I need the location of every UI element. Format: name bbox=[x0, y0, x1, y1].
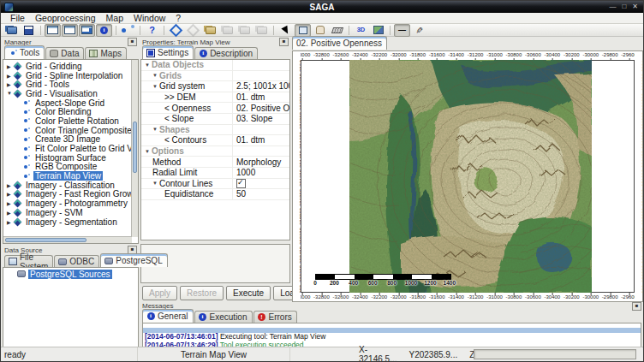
expander-icon[interactable]: ▼ bbox=[152, 84, 159, 89]
property-row[interactable]: ▼ Data Objects bbox=[141, 60, 289, 71]
map-tab[interactable]: 02. Positive Openness bbox=[292, 36, 387, 50]
zoom-full-icon[interactable] bbox=[168, 24, 184, 37]
menu-item[interactable]: ? bbox=[170, 13, 186, 23]
Restore[interactable]: Restore bbox=[180, 286, 224, 300]
menu-item[interactable]: Window bbox=[128, 13, 170, 23]
messages-tab[interactable]: Errors bbox=[253, 311, 297, 323]
expander-icon[interactable]: ▼ bbox=[145, 62, 152, 68]
map-document: 02. Positive Openness -33000-32800-32600… bbox=[292, 37, 643, 302]
manager-tab[interactable]: Maps bbox=[85, 47, 126, 59]
tree-item[interactable]: ▶ Grid - Spline Interpolation bbox=[3, 71, 132, 80]
menu-item[interactable]: File bbox=[5, 13, 30, 23]
separator[interactable] bbox=[161, 24, 167, 37]
measure-icon[interactable] bbox=[329, 24, 345, 37]
menu-item[interactable]: Map bbox=[101, 13, 128, 23]
map-view[interactable]: -33000-32800-32600-32400-32200-32000-318… bbox=[292, 50, 643, 302]
tree-item[interactable]: Fit Color Palette to Grid Values bbox=[3, 144, 132, 153]
cursor-icon[interactable] bbox=[277, 24, 294, 37]
window-title: SAGA bbox=[1, 3, 643, 12]
property-row[interactable]: ▼ Shapes bbox=[141, 125, 289, 136]
show-datasource-icon[interactable] bbox=[62, 24, 78, 37]
separator[interactable] bbox=[271, 24, 277, 37]
tree-item[interactable]: ▶ Grid - Tools bbox=[3, 80, 132, 89]
help-icon[interactable] bbox=[144, 24, 160, 37]
tree-item[interactable]: Terrain Map View bbox=[3, 171, 132, 181]
save-icon[interactable] bbox=[21, 24, 37, 37]
open-tin-icon[interactable] bbox=[236, 24, 253, 37]
properties-tab[interactable]: Description bbox=[194, 47, 258, 59]
tree-item[interactable]: Color Triangle Composite bbox=[3, 126, 132, 135]
tree-item[interactable]: ▶ Imagery - SVM bbox=[3, 208, 132, 217]
tree-item[interactable]: Aspect-Slope Grid bbox=[3, 98, 132, 108]
property-row[interactable]: Equidistance 50 bbox=[141, 189, 289, 200]
property-row[interactable]: Radial Limit 1000 bbox=[141, 168, 289, 179]
property-row[interactable]: Method Morphology bbox=[141, 157, 289, 168]
tree-item[interactable]: Create 3D Image bbox=[3, 135, 132, 145]
show-properties-icon[interactable] bbox=[79, 24, 95, 37]
data-source-tab[interactable]: File System bbox=[4, 255, 53, 267]
tree-item[interactable]: ▶ Grid - Gridding bbox=[3, 62, 132, 71]
property-row[interactable]: ▼ Grid system 2.5; 1001x 1001y; -32500 bbox=[141, 81, 289, 92]
property-row[interactable]: >> DEM 01. dtm bbox=[141, 92, 289, 104]
separator[interactable] bbox=[387, 24, 393, 37]
menu-item[interactable]: Geoprocessing bbox=[30, 13, 101, 23]
tree-item[interactable]: ▶ Imagery - Fast Region Growing Al bbox=[3, 190, 132, 199]
zoom-last-icon[interactable] bbox=[185, 24, 201, 37]
property-row[interactable]: ▼ Options bbox=[141, 146, 289, 157]
contour-lines-checkbox[interactable] bbox=[236, 179, 246, 188]
expander-icon[interactable]: ▼ bbox=[145, 149, 152, 154]
messages-tab[interactable]: Execution bbox=[194, 311, 253, 323]
separator[interactable] bbox=[113, 24, 119, 37]
tree-vertical-scrollbar[interactable] bbox=[131, 60, 138, 237]
3d-view-icon[interactable] bbox=[353, 24, 369, 37]
tree-item[interactable]: Color Blending bbox=[3, 107, 132, 116]
load-tool-library-icon[interactable] bbox=[120, 24, 136, 37]
open-shapes-icon[interactable] bbox=[219, 24, 236, 37]
properties-tab[interactable]: Settings bbox=[142, 45, 194, 59]
tree-item[interactable]: ▼ Grid - Visualisation bbox=[3, 89, 132, 98]
expander-icon[interactable]: ▼ bbox=[152, 181, 159, 186]
line-icon[interactable] bbox=[394, 24, 410, 37]
tree-item[interactable]: ▶ Imagery - Photogrammetry bbox=[3, 199, 132, 208]
tree-item[interactable]: Color Palette Rotation bbox=[3, 116, 132, 126]
manager-tab[interactable]: Tools bbox=[4, 45, 45, 59]
separator[interactable] bbox=[346, 24, 352, 37]
property-row[interactable]: ▼ Grids bbox=[141, 71, 289, 82]
Execute[interactable]: Execute bbox=[226, 286, 271, 300]
separator[interactable] bbox=[38, 24, 44, 37]
show-manager-icon[interactable] bbox=[45, 24, 61, 37]
tree-horizontal-scrollbar[interactable] bbox=[3, 236, 132, 243]
tree-item[interactable]: RGB Composite bbox=[3, 163, 132, 172]
pen-icon[interactable] bbox=[411, 24, 427, 37]
tree-item[interactable]: Histogram Surface bbox=[3, 153, 132, 163]
data-source-tab[interactable]: ODBC bbox=[54, 255, 99, 267]
show-messages-icon[interactable] bbox=[96, 24, 112, 37]
open-icon[interactable] bbox=[3, 24, 20, 37]
manager-tab[interactable]: Data bbox=[45, 47, 84, 59]
data-source-tab[interactable]: PostgreSQL bbox=[100, 253, 167, 267]
separator[interactable] bbox=[137, 24, 143, 37]
properties-detach-button[interactable]: ■ bbox=[279, 38, 289, 46]
pan-mode-icon[interactable] bbox=[312, 24, 328, 37]
open-points-icon[interactable] bbox=[253, 24, 270, 37]
ruler-label: -31800 bbox=[409, 294, 426, 300]
property-row[interactable]: < Openness 02. Positive Openness bbox=[141, 103, 289, 114]
open-grid-icon[interactable] bbox=[202, 24, 218, 37]
tree-item[interactable]: ▶ Imagery - Classification bbox=[3, 181, 132, 190]
log-area[interactable]: [2014-06-07/13:46:01] Executing tool: Te… bbox=[142, 323, 641, 347]
expander-icon[interactable]: ▼ bbox=[152, 73, 159, 78]
save-image-icon[interactable] bbox=[370, 24, 386, 37]
title-bar[interactable]: SAGA — □ ✕ bbox=[1, 1, 643, 13]
messages-tab[interactable]: General bbox=[142, 309, 194, 323]
terrain-map-image[interactable] bbox=[349, 60, 592, 293]
messages-detach-button[interactable]: ■ bbox=[632, 302, 641, 311]
property-row[interactable]: < Slope 03. Slope bbox=[141, 114, 289, 125]
property-row[interactable]: ▼ Contour Lines bbox=[141, 179, 289, 190]
data-source-item[interactable]: PostgreSQL Sources bbox=[3, 270, 138, 279]
tree-item[interactable]: ▶ Imagery - Segmentation bbox=[3, 217, 132, 227]
Apply[interactable]: Apply bbox=[142, 286, 177, 300]
expander-icon[interactable]: ▼ bbox=[152, 127, 159, 132]
property-row[interactable]: < Contours 01. dtm bbox=[141, 135, 289, 146]
zoom-mode-icon[interactable] bbox=[295, 24, 311, 37]
manager-detach-button[interactable]: ■ bbox=[128, 38, 137, 46]
